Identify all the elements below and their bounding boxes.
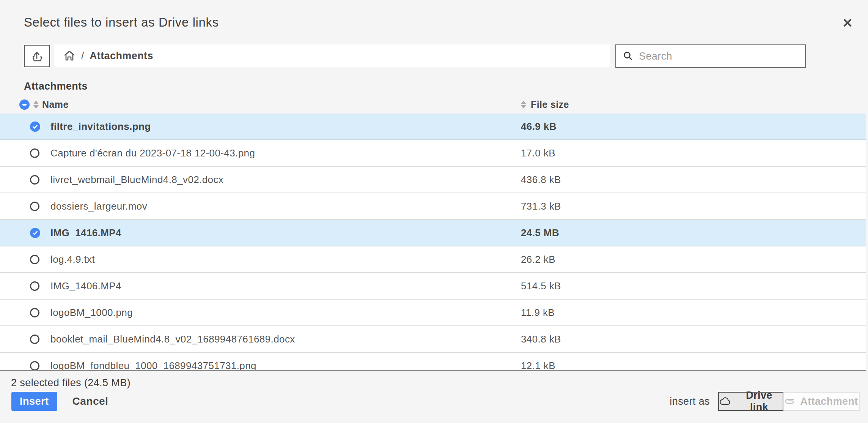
cloud-icon [719, 397, 731, 406]
section-label: Attachments [24, 80, 88, 92]
sort-size-icon[interactable] [521, 101, 526, 109]
file-size: 11.9 kB [521, 307, 866, 319]
file-size: 514.5 kB [521, 280, 866, 292]
table-row[interactable]: Capture d'écran du 2023-07-18 12-00-43.p… [0, 140, 866, 167]
file-name: booklet_mail_BlueMind4.8_v02_16899487616… [50, 333, 521, 345]
file-size: 731.3 kB [521, 200, 866, 212]
dialog-footer: 2 selected files (24.5 MB) Insert Cancel… [0, 372, 868, 423]
close-icon [842, 17, 853, 28]
row-checkbox[interactable] [30, 281, 39, 291]
insert-as-label: insert as [670, 396, 710, 407]
cancel-button[interactable]: Cancel [72, 395, 108, 407]
column-header-size[interactable]: File size [531, 99, 569, 110]
row-checkbox[interactable] [30, 175, 39, 185]
insert-button[interactable]: Insert [11, 392, 57, 411]
file-list: filtre_invitations.png 46.9 kB Capture d… [0, 114, 866, 371]
toolbar: / Attachments [24, 44, 806, 68]
row-checkbox[interactable] [30, 255, 39, 264]
upload-icon [30, 49, 44, 63]
file-table: Name File size filtre_invitations.png 46… [0, 96, 866, 371]
row-checkbox[interactable] [30, 361, 39, 371]
table-row[interactable]: IMG_1406.MP4 514.5 kB [0, 273, 866, 300]
home-icon[interactable] [63, 49, 76, 62]
file-name: dossiers_largeur.mov [50, 200, 521, 212]
row-checkbox-checked[interactable] [30, 122, 40, 132]
file-name: livret_webmail_BlueMind4.8_v02.docx [50, 174, 521, 186]
file-size: 340.8 kB [521, 333, 866, 345]
close-button[interactable] [839, 14, 856, 31]
paperclip-icon [784, 398, 796, 405]
row-checkbox[interactable] [30, 335, 39, 344]
attachment-label: Attachment [800, 396, 858, 407]
sort-name-icon[interactable] [33, 101, 39, 109]
file-size: 24.5 MB [521, 227, 866, 239]
file-size: 26.2 kB [521, 254, 866, 265]
upload-button[interactable] [24, 45, 50, 67]
insert-drive-links-dialog: Select files to insert as Drive links [0, 0, 868, 423]
selection-summary: 2 selected files (24.5 MB) [11, 377, 131, 389]
search-box [615, 44, 806, 68]
table-row[interactable]: logoBM_fondbleu_1000_1689943751731.png 1… [0, 353, 866, 371]
select-all-checkbox[interactable] [19, 99, 30, 110]
file-name: Capture d'écran du 2023-07-18 12-00-43.p… [50, 147, 521, 159]
breadcrumb: / Attachments [54, 44, 610, 67]
file-size: 46.9 kB [521, 121, 866, 133]
row-checkbox[interactable] [30, 148, 39, 158]
row-checkbox[interactable] [30, 202, 39, 211]
breadcrumb-current[interactable]: Attachments [90, 50, 153, 62]
search-input[interactable] [639, 51, 799, 62]
drive-link-label: Drive link [736, 390, 783, 413]
file-name: IMG_1416.MP4 [50, 227, 521, 239]
table-header: Name File size [0, 96, 866, 114]
column-header-name[interactable]: Name [42, 99, 69, 110]
table-row[interactable]: logoBM_1000.png 11.9 kB [0, 300, 866, 326]
file-name: IMG_1406.MP4 [50, 280, 521, 292]
search-icon [622, 51, 634, 62]
table-row[interactable]: IMG_1416.MP4 24.5 MB [0, 220, 866, 246]
file-size: 17.0 kB [521, 147, 866, 159]
file-name: logoBM_1000.png [50, 307, 521, 319]
file-name: filtre_invitations.png [50, 121, 521, 133]
row-checkbox[interactable] [30, 308, 39, 317]
file-name: logoBM_fondbleu_1000_1689943751731.png [50, 360, 521, 371]
table-row[interactable]: log.4.9.txt 26.2 kB [0, 246, 866, 273]
table-row[interactable]: booklet_mail_BlueMind4.8_v02_16899487616… [0, 326, 866, 353]
file-name: log.4.9.txt [50, 254, 521, 265]
row-checkbox-checked[interactable] [30, 228, 40, 238]
file-size: 12.1 kB [521, 360, 866, 371]
page-title: Select files to insert as Drive links [24, 15, 219, 30]
breadcrumb-separator: / [81, 50, 84, 62]
drive-link-toggle[interactable]: Drive link [718, 392, 783, 411]
table-row[interactable]: dossiers_largeur.mov 731.3 kB [0, 193, 866, 220]
attachment-toggle[interactable]: Attachment [783, 392, 860, 411]
table-row[interactable]: filtre_invitations.png 46.9 kB [0, 114, 866, 140]
file-size: 436.8 kB [521, 174, 866, 186]
table-row[interactable]: livret_webmail_BlueMind4.8_v02.docx 436.… [0, 167, 866, 193]
